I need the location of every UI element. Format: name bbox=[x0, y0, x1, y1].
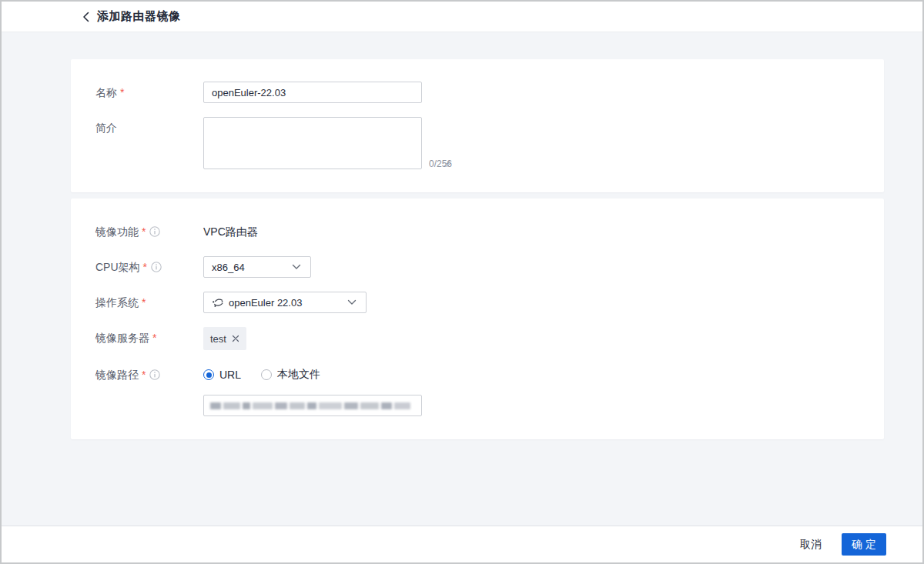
cpu-arch-select[interactable]: x86_64 bbox=[203, 256, 311, 278]
cpu-arch-row: CPU架构 * x86_64 bbox=[95, 256, 859, 278]
image-url-input[interactable] bbox=[203, 395, 422, 416]
confirm-button[interactable]: 确 定 bbox=[842, 533, 886, 556]
image-settings-card: 镜像功能 * VPC路由器 CPU架构 * x86_64 bbox=[71, 199, 884, 439]
info-icon[interactable] bbox=[151, 262, 162, 272]
os-label: 操作系统 * bbox=[95, 292, 203, 313]
image-function-row: 镜像功能 * VPC路由器 bbox=[95, 221, 859, 242]
required-mark: * bbox=[142, 364, 146, 385]
chevron-down-icon bbox=[347, 299, 358, 305]
name-label: 名称 * bbox=[95, 82, 203, 103]
info-icon[interactable] bbox=[149, 226, 160, 237]
description-textarea[interactable] bbox=[203, 117, 422, 169]
required-mark: * bbox=[152, 327, 156, 349]
required-mark: * bbox=[142, 292, 146, 313]
redacted-url-text bbox=[210, 402, 415, 409]
add-router-image-page: 添加路由器镜像 名称 * 简介 0/256 bbox=[0, 0, 924, 564]
server-tag-label: test bbox=[210, 333, 226, 345]
back-button[interactable] bbox=[77, 8, 94, 25]
image-server-label: 镜像服务器 * bbox=[95, 327, 203, 349]
chevron-down-icon bbox=[292, 264, 303, 270]
cpu-arch-label: CPU架构 * bbox=[95, 256, 203, 278]
description-label: 简介 bbox=[95, 117, 203, 138]
action-footer: 取消 确 定 bbox=[2, 526, 922, 562]
image-path-row: 镜像路径 * URL 本地文件 bbox=[95, 364, 859, 416]
page-title: 添加路由器镜像 bbox=[97, 9, 181, 24]
os-row: 操作系统 * openEuler 22.03 bbox=[95, 292, 859, 313]
page-header: 添加路由器镜像 bbox=[2, 2, 922, 32]
tag-close-icon[interactable] bbox=[232, 335, 239, 342]
radio-circle-icon bbox=[203, 369, 214, 380]
cancel-button[interactable]: 取消 bbox=[800, 538, 822, 552]
image-function-label: 镜像功能 * bbox=[95, 221, 203, 242]
required-mark: * bbox=[142, 221, 146, 242]
radio-local-file[interactable]: 本地文件 bbox=[261, 368, 320, 382]
description-row: 简介 0/256 bbox=[95, 117, 859, 169]
openeuler-logo-icon bbox=[212, 298, 223, 308]
name-row: 名称 * bbox=[95, 82, 859, 103]
required-mark: * bbox=[120, 82, 124, 103]
image-path-label: 镜像路径 * bbox=[95, 364, 203, 385]
image-server-row: 镜像服务器 * test bbox=[95, 327, 859, 350]
page-content: 名称 * 简介 0/256 bbox=[2, 32, 922, 526]
os-select[interactable]: openEuler 22.03 bbox=[203, 292, 367, 313]
required-mark: * bbox=[143, 256, 147, 278]
server-tag: test bbox=[203, 327, 246, 350]
char-counter: 0/256 bbox=[429, 159, 452, 169]
basic-info-card: 名称 * 简介 0/256 bbox=[71, 59, 884, 192]
name-input[interactable] bbox=[203, 82, 422, 103]
chevron-left-icon bbox=[82, 12, 89, 22]
path-type-radio-group: URL 本地文件 bbox=[203, 364, 422, 385]
info-icon[interactable] bbox=[149, 369, 160, 380]
image-function-value: VPC路由器 bbox=[203, 221, 258, 242]
radio-circle-icon bbox=[261, 369, 272, 380]
radio-url[interactable]: URL bbox=[203, 369, 241, 381]
